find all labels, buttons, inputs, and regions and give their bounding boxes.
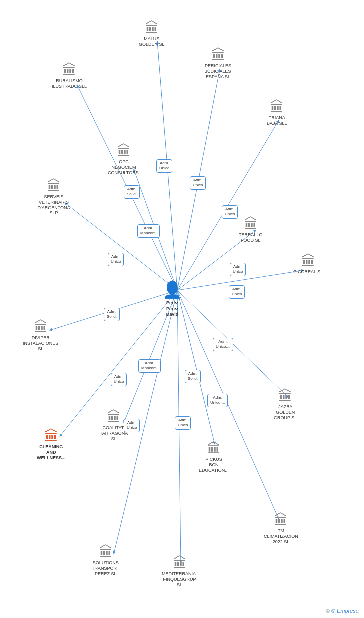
- role-badge-adm-unico-dots-2[interactable]: Adm.Unico,...: [208, 394, 228, 407]
- company-label: TERRALLOFOOD SL: [239, 232, 263, 243]
- company-label: MALUSGOLDEN SL: [139, 36, 165, 47]
- building-icon: 🏛: [117, 144, 131, 158]
- graph-canvas: 👤 Perez Perez David 🏛 MALUSGOLDEN SL 🏛 R…: [0, 0, 364, 618]
- building-icon: 🏛: [212, 48, 226, 62]
- company-serveis[interactable]: 🏛 SERVEISVETERINARISD'ARGENTONA SLP: [34, 179, 74, 216]
- company-pickus[interactable]: 🏛 PICKUSBCNEDUCATION...: [199, 442, 229, 473]
- building-icon: 🏛: [99, 545, 113, 559]
- building-icon: 🏛: [278, 389, 292, 403]
- role-badge-adm-unico-6[interactable]: Adm.Unico: [229, 285, 245, 299]
- company-triana[interactable]: 🏛 TRIANABAJA SLL: [267, 100, 288, 126]
- building-icon: 🏛: [107, 410, 121, 424]
- building-icon: 🏛: [47, 179, 61, 193]
- company-cleaning[interactable]: 🏛 CLEANINGANDWELLNESS...: [37, 429, 66, 460]
- company-label: TMCLIMATIZACION2022 SL: [264, 528, 298, 544]
- role-badge-adm-unico-4[interactable]: Adm.Unico: [222, 205, 238, 219]
- role-badge-adm-unico-3[interactable]: Adm.Unico: [190, 176, 206, 190]
- company-label: SOLUTIONSTRANSPORTPEREZ SL: [92, 560, 120, 576]
- role-badge-adm-unico-1[interactable]: Adm.Unico: [156, 159, 172, 173]
- building-icon: 🏛: [62, 63, 76, 77]
- building-icon: 🏛: [244, 217, 258, 231]
- company-solutions[interactable]: 🏛 SOLUTIONSTRANSPORTPEREZ SL: [92, 545, 120, 576]
- role-badge-adm-solid-3[interactable]: Adm.Solid.: [185, 370, 201, 383]
- company-label: RURALISMOILUSTRADO SLL: [52, 78, 87, 89]
- building-icon: 🏛: [270, 100, 284, 114]
- company-label: OPCNEGOCIEMCONSULTORS.: [108, 159, 140, 175]
- svg-line-13: [178, 290, 280, 521]
- role-badge-adm-mancom-2[interactable]: Adm.Mancom.: [138, 359, 161, 373]
- svg-line-5: [65, 203, 178, 290]
- role-badge-adm-mancom-1[interactable]: Adm.Mancom.: [138, 224, 160, 238]
- role-badge-adm-unico-dots-1[interactable]: Adm.Unico,...: [213, 338, 234, 351]
- building-icon: 🏛: [173, 556, 187, 570]
- role-badge-adm-solid-1[interactable]: Adm.Solid.: [124, 185, 140, 199]
- company-label: CLEANINGANDWELLNESS...: [37, 444, 66, 460]
- company-label: DIVIPERINSTALACIONESSL: [23, 335, 58, 351]
- role-badge-adm-unico-7[interactable]: Adm.Unico: [111, 373, 127, 386]
- company-label: SERVEISVETERINARISD'ARGENTONA SLP: [34, 194, 74, 216]
- center-person[interactable]: 👤 Perez Perez David: [162, 280, 182, 318]
- building-icon: 🏛: [302, 254, 316, 268]
- company-opc[interactable]: 🏛 OPCNEGOCIEMCONSULTORS.: [108, 144, 140, 175]
- company-label: TRIANABAJA SLL: [267, 115, 288, 126]
- company-label: PERICIALESJUDICIALESESPAÑA SL: [205, 63, 232, 79]
- company-terrallo[interactable]: 🏛 TERRALLOFOOD SL: [239, 217, 263, 243]
- role-badge-adm-unico-9[interactable]: Adm.Unico: [124, 419, 140, 432]
- company-mediterr[interactable]: 🏛 MEDITERRANIA-FINQUESGRUPSL: [162, 556, 198, 587]
- company-ccoreal[interactable]: 🏛 C COREAL SL: [294, 254, 323, 275]
- person-label: Perez Perez David: [166, 300, 179, 318]
- building-icon: 🏛: [34, 320, 48, 334]
- watermark: © © Empresa: [326, 608, 359, 614]
- company-periciales[interactable]: 🏛 PERICIALESJUDICIALESESPAÑA SL: [205, 48, 232, 79]
- company-ruralismo[interactable]: 🏛 RURALISMOILUSTRADO SLL: [52, 63, 87, 89]
- role-badge-adm-unico-2[interactable]: Adm.Unico: [108, 253, 124, 266]
- person-icon: 👤: [162, 280, 182, 299]
- role-badge-adm-unico-5[interactable]: Adm.Unico: [230, 263, 246, 276]
- company-malus[interactable]: 🏛 MALUSGOLDEN SL: [139, 21, 165, 47]
- company-tmclim[interactable]: 🏛 TMCLIMATIZACION2022 SL: [264, 513, 298, 544]
- building-icon-highlight: 🏛: [44, 429, 58, 443]
- building-icon: 🏛: [207, 442, 221, 456]
- company-label: C COREAL SL: [294, 269, 323, 275]
- company-diviper[interactable]: 🏛 DIVIPERINSTALACIONESSL: [23, 320, 58, 351]
- company-jazba[interactable]: 🏛 JAZBAGOLDENGROUP SL: [274, 389, 297, 420]
- company-label: MEDITERRANIA-FINQUESGRUPSL: [162, 571, 198, 587]
- company-label: PICKUSBCNEDUCATION...: [199, 457, 229, 473]
- company-label: JAZBAGOLDENGROUP SL: [274, 404, 297, 420]
- role-badge-adm-solid-2[interactable]: Adm.Solid.: [104, 308, 120, 321]
- building-icon: 🏛: [274, 513, 288, 527]
- role-badge-adm-unico-8[interactable]: Adm.Unico: [175, 416, 191, 430]
- building-icon: 🏛: [145, 21, 159, 35]
